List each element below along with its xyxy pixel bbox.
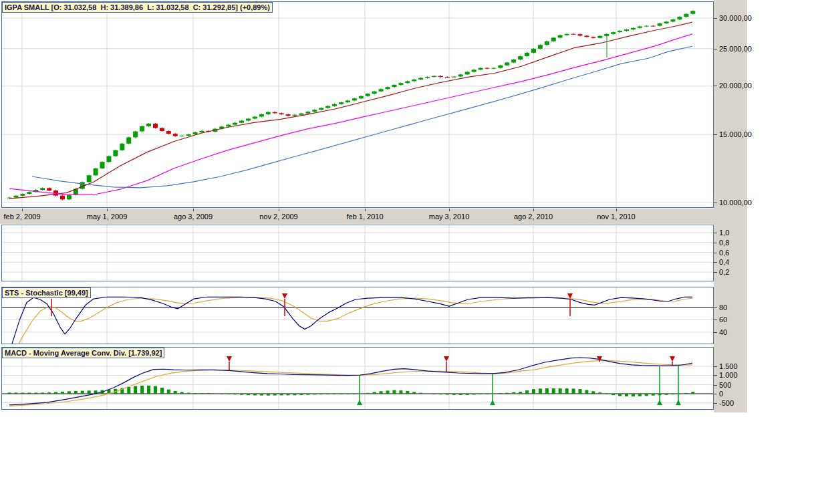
y-axis-label: 80 xyxy=(719,303,727,311)
histogram-bar xyxy=(247,394,250,395)
candle-body xyxy=(106,156,111,162)
candle-body xyxy=(651,26,656,27)
histogram-bar xyxy=(612,394,615,395)
buy-marker-icon xyxy=(657,400,662,405)
candle-body xyxy=(339,102,344,104)
candle-body xyxy=(259,114,264,117)
candle-body xyxy=(239,121,244,123)
empty-indicator-panel xyxy=(1,225,714,281)
histogram-bar xyxy=(452,394,456,395)
histogram-bar xyxy=(459,394,462,395)
candle-body xyxy=(597,36,602,38)
histogram-bar xyxy=(578,389,581,394)
candle-body xyxy=(664,21,669,23)
y-axis-tick xyxy=(714,272,717,273)
price-chart-panel: IGPA SMALL [O: 31.032,58 H: 31.389,86 L:… xyxy=(1,1,714,208)
y-axis-label: 20.000,00 xyxy=(719,82,752,90)
macd-histogram xyxy=(8,386,695,396)
histogram-bar xyxy=(519,392,522,394)
candle-body xyxy=(87,175,92,182)
x-axis-tick xyxy=(279,209,279,211)
candle-body xyxy=(571,34,576,35)
x-axis-tick xyxy=(193,209,194,211)
histogram-bar xyxy=(446,394,449,394)
candle-body xyxy=(565,34,569,35)
macd-legend[interactable]: MACD - Moving Average Conv. Div. [1.739,… xyxy=(2,348,164,358)
candle-body xyxy=(246,119,251,121)
histogram-bar xyxy=(81,391,84,394)
candle-body xyxy=(67,195,72,200)
histogram-bar xyxy=(194,393,197,394)
candle-body xyxy=(525,53,529,56)
histogram-bar xyxy=(432,394,436,394)
histogram-bar xyxy=(167,390,170,394)
x-axis-label: may 3, 2010 xyxy=(425,213,473,221)
candle-body xyxy=(312,110,317,112)
histogram-bar xyxy=(598,392,601,394)
histogram-bar xyxy=(559,388,562,394)
histogram-bar xyxy=(174,391,177,394)
stochastic-canvas[interactable] xyxy=(2,287,713,344)
histogram-bar xyxy=(180,392,184,394)
x-axis-tick xyxy=(533,209,534,211)
histogram-bar xyxy=(618,394,622,396)
candle-body xyxy=(624,29,629,31)
histogram-bar xyxy=(665,394,668,395)
y-axis-label: 1.000 xyxy=(719,371,738,379)
candle-body xyxy=(379,89,384,91)
candle-body xyxy=(325,106,330,108)
histogram-bar xyxy=(333,394,336,394)
histogram-bar xyxy=(572,388,575,394)
empty-indicator-canvas[interactable] xyxy=(2,225,713,281)
histogram-bar xyxy=(233,394,237,394)
histogram-bar xyxy=(539,388,542,394)
price-chart-legend[interactable]: IGPA SMALL [O: 31.032,58 H: 31.389,86 L:… xyxy=(2,2,273,13)
candle-body xyxy=(133,132,138,138)
candle-body xyxy=(677,17,682,19)
histogram-bar xyxy=(485,394,489,394)
histogram-bar xyxy=(273,394,277,396)
candle-body xyxy=(94,168,98,175)
stochastic-legend[interactable]: STS - Stochastic [99,49] xyxy=(2,287,91,298)
histogram-bar xyxy=(127,387,130,394)
candle-body xyxy=(60,196,65,200)
price-chart-canvas[interactable] xyxy=(2,2,713,207)
y-axis-tick xyxy=(714,253,717,253)
candle-body xyxy=(611,32,616,34)
x-axis-label: nov 2, 2009 xyxy=(255,213,303,221)
candle-body xyxy=(465,72,470,75)
histogram-bar xyxy=(306,394,309,395)
histogram-bar xyxy=(147,386,150,394)
histogram-bar xyxy=(392,390,396,394)
candle-body xyxy=(684,14,688,17)
stochastic-k-line xyxy=(9,297,692,344)
candle-body xyxy=(253,116,257,118)
y-axis-label: 500 xyxy=(719,381,731,389)
histogram-bar xyxy=(545,388,549,394)
histogram-bar xyxy=(672,394,675,394)
histogram-bar xyxy=(632,394,635,396)
candle-body xyxy=(418,78,423,80)
candle-body xyxy=(27,192,31,194)
x-axis-tick xyxy=(449,209,450,211)
histogram-bar xyxy=(313,394,316,394)
histogram-bar xyxy=(353,394,356,394)
candle-body xyxy=(392,85,396,87)
histogram-bar xyxy=(207,393,210,394)
histogram-bar xyxy=(319,394,323,394)
x-axis-tick xyxy=(22,209,23,211)
histogram-bar xyxy=(27,392,31,394)
y-axis-tick xyxy=(714,385,717,386)
macd-panel: MACD - Moving Average Conv. Div. [1.739,… xyxy=(1,347,714,410)
histogram-bar xyxy=(625,394,628,396)
histogram-bar xyxy=(645,394,648,396)
candle-body xyxy=(405,81,410,83)
histogram-bar xyxy=(565,388,569,394)
histogram-bar xyxy=(472,394,476,394)
candle-body xyxy=(226,125,231,127)
histogram-bar xyxy=(227,394,230,394)
histogram-bar xyxy=(61,392,64,394)
histogram-bar xyxy=(41,392,44,394)
candle-body xyxy=(538,45,543,49)
candle-body xyxy=(146,124,151,126)
